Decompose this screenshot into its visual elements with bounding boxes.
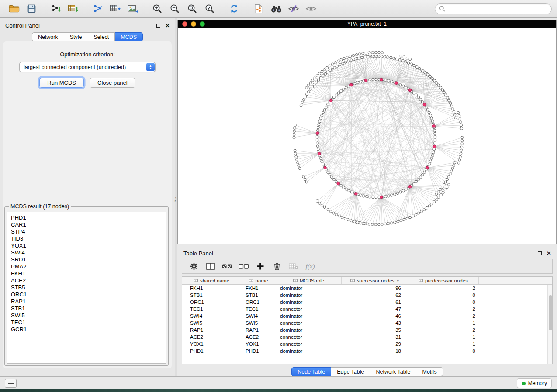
column-header-name[interactable]: name xyxy=(241,277,276,284)
table-tab-edge-table[interactable]: Edge Table xyxy=(331,367,370,376)
function-builder-button[interactable]: f(x) xyxy=(302,263,318,270)
export-image-button[interactable] xyxy=(124,2,142,16)
mcds-result-item[interactable]: SWI5 xyxy=(11,312,162,319)
scrollbar-thumb[interactable] xyxy=(549,295,552,330)
network-window-title: YPA_prune.txt_1 xyxy=(347,21,387,27)
close-table-panel-button[interactable]: × xyxy=(547,251,551,256)
table-tab-node-table[interactable]: Node Table xyxy=(291,367,331,376)
network-canvas[interactable] xyxy=(178,28,556,244)
memory-button[interactable]: Memory xyxy=(517,378,552,388)
column-header-shared-name[interactable]: shared name xyxy=(182,277,241,284)
table-row[interactable]: SWI4SWI4dominator462 xyxy=(182,313,552,320)
mcds-result-item[interactable]: ACE2 xyxy=(11,277,162,284)
new-network-button[interactable] xyxy=(89,2,107,16)
float-table-panel-button[interactable] xyxy=(538,251,542,255)
toolbar-search[interactable] xyxy=(435,3,552,14)
share-document-icon xyxy=(254,4,263,14)
mcds-result-item[interactable]: STB1 xyxy=(11,305,162,312)
share-document-button[interactable] xyxy=(250,2,267,16)
tab-style[interactable]: Style xyxy=(64,32,88,41)
splitter-handle-icon[interactable]: ◂▸ xyxy=(175,196,176,202)
graphics-details-button[interactable] xyxy=(302,2,320,16)
task-history-button[interactable] xyxy=(5,379,17,388)
deselect-all-button[interactable] xyxy=(235,263,252,270)
column-header-MCDS-role[interactable]: MCDS role xyxy=(276,277,342,284)
network-window-titlebar[interactable]: YPA_prune.txt_1 xyxy=(178,20,556,28)
control-panel: Control Panel × NetworkStyleSelectMCDS O… xyxy=(0,18,175,376)
table-tab-motifs[interactable]: Motifs xyxy=(416,367,443,376)
zoom-selected-icon xyxy=(204,3,215,14)
tab-mcds[interactable]: MCDS xyxy=(115,32,143,41)
refresh-icon xyxy=(229,3,239,14)
table-row[interactable]: SWI5SWI5connector431 xyxy=(182,320,552,327)
main-area: Control Panel × NetworkStyleSelectMCDS O… xyxy=(0,18,557,376)
trash-icon xyxy=(273,262,280,270)
import-network-button[interactable] xyxy=(47,2,65,16)
close-panel-icon-button[interactable]: × xyxy=(166,23,170,28)
table-row[interactable]: ACE2ACE2connector311 xyxy=(182,334,552,340)
mcds-result-item[interactable]: YOX1 xyxy=(11,242,162,249)
mcds-result-item[interactable]: FKH1 xyxy=(11,270,162,277)
table-row[interactable]: TEC1TEC1connector472 xyxy=(182,306,552,313)
mcds-result-item[interactable]: SRD1 xyxy=(11,256,162,263)
save-session-button[interactable] xyxy=(23,2,40,16)
float-panel-button[interactable] xyxy=(156,24,160,28)
clear-table-button-disabled[interactable] xyxy=(285,263,302,270)
table-settings-button[interactable] xyxy=(186,262,202,270)
column-header-successor-nodes[interactable]: successor nodes▾ xyxy=(342,277,408,284)
refresh-button[interactable] xyxy=(225,2,243,16)
table-scrollbar[interactable] xyxy=(547,285,552,364)
mcds-result-item[interactable]: ORC1 xyxy=(11,291,162,298)
eye-icon xyxy=(305,5,317,13)
unchecked-boxes-icon xyxy=(239,263,249,270)
sort-indicator-icon: ▾ xyxy=(397,279,399,283)
zoom-fit-icon xyxy=(187,3,197,14)
find-button[interactable] xyxy=(267,2,285,16)
mcds-result-item[interactable]: TEC1 xyxy=(11,319,162,326)
network-graph[interactable] xyxy=(178,28,556,244)
delete-column-button[interactable] xyxy=(269,262,285,270)
mcds-result-item[interactable]: GCR1 xyxy=(11,326,162,333)
search-input[interactable] xyxy=(448,6,547,12)
import-table-icon xyxy=(68,4,79,14)
export-table-button[interactable] xyxy=(107,2,124,16)
mcds-result-item[interactable]: STB5 xyxy=(11,284,162,291)
table-tab-network-table[interactable]: Network Table xyxy=(370,367,417,376)
mcds-result-item[interactable]: RAP1 xyxy=(11,298,162,305)
mcds-result-item[interactable]: CAR1 xyxy=(11,221,162,228)
window-zoom-light[interactable] xyxy=(200,21,205,27)
add-column-button[interactable] xyxy=(252,262,269,270)
zoom-selected-button[interactable] xyxy=(201,2,218,16)
mcds-result-item[interactable]: PMA2 xyxy=(11,263,162,270)
control-panel-header: Control Panel × xyxy=(0,18,175,29)
window-close-light[interactable] xyxy=(182,21,187,27)
zoom-in-button[interactable] xyxy=(149,2,166,16)
zoom-fit-button[interactable] xyxy=(183,2,201,16)
column-type-icon xyxy=(249,279,253,282)
import-table-button[interactable] xyxy=(65,2,82,16)
mcds-result-item[interactable]: PHD1 xyxy=(11,214,162,221)
table-row[interactable]: STB1STB1dominator620 xyxy=(182,292,552,299)
network-share-icon xyxy=(93,4,103,14)
optimization-criterion-select[interactable]: largest connected component (undirected)… xyxy=(19,62,156,72)
table-row[interactable]: RAP1RAP1dominator352 xyxy=(182,327,552,334)
mcds-result-item[interactable]: SWI4 xyxy=(11,249,162,256)
mcds-result-list[interactable]: PHD1CAR1STP4TID3YOX1SWI4SRD1PMA2FKH1ACE2… xyxy=(7,212,166,364)
table-row[interactable]: FKH1FKH1dominator962 xyxy=(182,285,552,292)
mcds-result-item[interactable]: TID3 xyxy=(11,235,162,242)
tab-select[interactable]: Select xyxy=(88,32,115,41)
table-row[interactable]: PHD1PHD1dominator180 xyxy=(182,347,552,354)
close-panel-button[interactable]: Close panel xyxy=(90,78,135,88)
select-all-button[interactable] xyxy=(219,263,235,270)
window-minimize-light[interactable] xyxy=(191,21,196,27)
show-columns-button[interactable] xyxy=(202,263,219,270)
zoom-out-button[interactable] xyxy=(166,2,183,16)
table-row[interactable]: ORC1ORC1dominator610 xyxy=(182,299,552,306)
mcds-result-item[interactable]: STP4 xyxy=(11,228,162,235)
annotation-button[interactable] xyxy=(285,2,302,16)
open-session-button[interactable] xyxy=(5,2,23,16)
run-mcds-button[interactable]: Run MCDS xyxy=(39,78,84,88)
column-header-predecessor-nodes[interactable]: predecessor nodes xyxy=(408,277,479,284)
table-row[interactable]: YOX1YOX1connector291 xyxy=(182,340,552,347)
tab-network[interactable]: Network xyxy=(32,32,64,41)
